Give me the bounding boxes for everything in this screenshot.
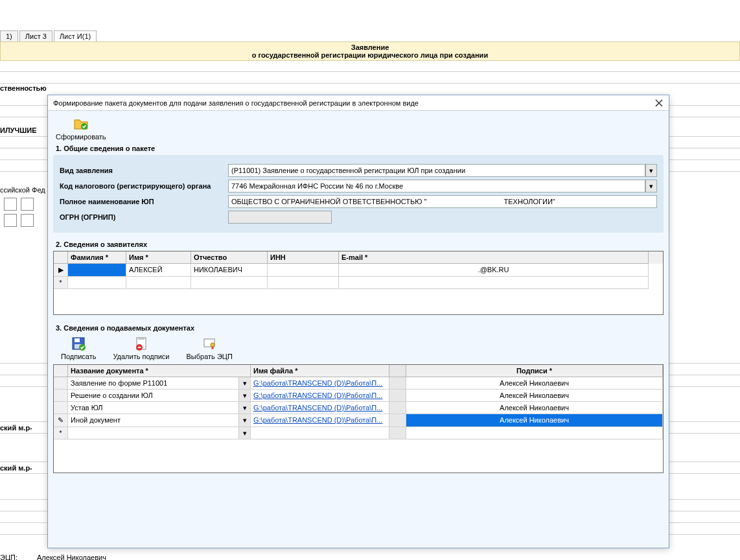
- ogrn-label: ОГРН (ОГРНИП): [60, 213, 228, 221]
- dialog-titlebar: Формирование пакета документов для подач…: [48, 95, 669, 111]
- chevron-down-icon[interactable]: ▾: [645, 164, 657, 177]
- svg-rect-2: [75, 338, 80, 342]
- page-header-subtitle: о государственной регистрации юридическо…: [252, 51, 488, 59]
- fullname-label: Полное наименование ЮП: [60, 198, 228, 205]
- col-name[interactable]: Имя *: [126, 251, 191, 264]
- chevron-down-icon[interactable]: ▾: [645, 180, 657, 192]
- document-row[interactable]: Заявление по форме Р11001▾G:\работа\TRAN…: [54, 377, 663, 390]
- bg-clipped-text: ственностью: [0, 84, 47, 92]
- cell-docname[interactable]: Заявление по форме Р11001▾: [68, 377, 251, 390]
- code-select[interactable]: [228, 180, 645, 192]
- chevron-down-icon[interactable]: ▾: [238, 377, 250, 389]
- documents-grid: Название документа * Имя файла * Подписи…: [54, 365, 663, 439]
- delete-icon: [133, 336, 149, 351]
- generate-label: Сформировать: [56, 133, 106, 141]
- tab-1[interactable]: 1): [0, 30, 18, 42]
- cell-inn[interactable]: [268, 264, 339, 277]
- fullname-input[interactable]: [228, 195, 657, 208]
- form-cell[interactable]: [4, 214, 17, 227]
- delete-sign-label: Удалить подписи: [113, 353, 169, 360]
- close-icon: [655, 99, 663, 107]
- document-row[interactable]: ✎Иной документ▾G:\работа\TRANSCEND (D)\Р…: [54, 414, 663, 427]
- svg-point-8: [211, 343, 214, 347]
- chevron-down-icon[interactable]: ▾: [238, 427, 250, 439]
- folder-check-icon: [73, 116, 89, 132]
- cell-email[interactable]: .@BK.RU: [339, 264, 649, 277]
- dialog-title: Формирование пакета документов для подач…: [53, 99, 419, 107]
- cell-signer[interactable]: Алексей Николаевич: [406, 402, 663, 414]
- col-email[interactable]: E-mail *: [339, 251, 649, 264]
- delete-sign-button[interactable]: Удалить подписи: [110, 334, 172, 362]
- cell-name[interactable]: АЛЕКСЕЙ: [126, 264, 191, 277]
- col-inn[interactable]: ИНН: [268, 251, 339, 264]
- sign-button[interactable]: Подписать: [58, 334, 98, 362]
- browse-button[interactable]: [389, 390, 406, 402]
- footer-ecp-value: Алексей Николаевич: [37, 554, 106, 560]
- cell-signer[interactable]: Алексей Николаевич: [406, 390, 663, 402]
- cell-docname[interactable]: Решение о создании ЮЛ▾: [68, 390, 251, 402]
- browse-button[interactable]: [389, 414, 406, 427]
- col-filename[interactable]: Имя файла *: [251, 365, 389, 377]
- col-signatures[interactable]: Подписи *: [406, 365, 663, 377]
- cell-signer[interactable]: Алексей Николаевич: [406, 377, 663, 390]
- type-label: Вид заявления: [60, 167, 228, 174]
- form-cell[interactable]: [4, 198, 17, 211]
- form-cell[interactable]: [21, 214, 34, 227]
- section1-title: 1. Общие сведения о пакете: [56, 145, 664, 152]
- bg-clipped-text: ский м.р-: [0, 464, 32, 472]
- generate-button[interactable]: Сформировать: [53, 115, 109, 142]
- section2-title: 2. Сведения о заявителях: [56, 240, 664, 248]
- col-patronymic[interactable]: Отчество: [191, 251, 268, 264]
- cell-docname[interactable]: Устав ЮЛ▾: [68, 402, 251, 414]
- bg-clipped-text: ИЛУЧШИЕ: [0, 126, 37, 134]
- document-row[interactable]: Устав ЮЛ▾G:\работа\TRANSCEND (D)\Работа\…: [54, 402, 663, 414]
- certificate-icon: [202, 336, 217, 351]
- cell-filename[interactable]: G:\работа\TRANSCEND (D)\Работа\П...: [251, 414, 389, 427]
- chevron-down-icon[interactable]: ▾: [238, 390, 250, 401]
- document-row[interactable]: Решение о создании ЮЛ▾G:\работа\TRANSCEN…: [54, 390, 663, 402]
- package-dialog: Формирование пакета документов для подач…: [47, 95, 669, 548]
- applicants-grid: Фамилия * Имя * Отчество ИНН E-mail * ▶ …: [53, 251, 664, 315]
- cell-filename[interactable]: G:\работа\TRANSCEND (D)\Работа\П...: [251, 377, 389, 390]
- sign-button-label: Подписать: [61, 353, 96, 360]
- close-button[interactable]: [653, 97, 665, 109]
- col-surname[interactable]: Фамилия *: [68, 251, 126, 264]
- cell-surname[interactable]: [68, 264, 126, 277]
- floppy-check-icon: [71, 336, 86, 351]
- section1-panel: Вид заявления ▾ Код налогового (регистри…: [53, 155, 664, 233]
- cell-signer[interactable]: Алексей Николаевич: [406, 414, 663, 427]
- bg-clipped-text: ский м.р-: [0, 424, 32, 432]
- applicant-row-new[interactable]: *: [54, 277, 663, 289]
- browse-button[interactable]: [389, 377, 406, 390]
- cell-docname[interactable]: Иной документ▾: [68, 414, 251, 427]
- tab-list3[interactable]: Лист 3: [19, 30, 52, 42]
- browse-button[interactable]: [389, 402, 406, 414]
- choose-ecp-button[interactable]: Выбрать ЭЦП: [184, 334, 235, 362]
- applicant-row[interactable]: ▶ АЛЕКСЕЙ НИКОЛАЕВИЧ .@BK.RU: [54, 264, 663, 277]
- tab-list-i1[interactable]: Лист И(1): [54, 30, 97, 42]
- code-label: Код налогового (регистрирующего) органа: [60, 182, 228, 190]
- choose-ecp-label: Выбрать ЭЦП: [187, 353, 233, 360]
- cell-filename[interactable]: G:\работа\TRANSCEND (D)\Работа\П...: [251, 390, 389, 402]
- section3-title: 3. Сведения о подаваемых документах: [56, 324, 664, 332]
- form-cell[interactable]: [21, 198, 34, 211]
- type-select[interactable]: [228, 164, 645, 177]
- chevron-down-icon[interactable]: ▾: [238, 402, 250, 414]
- ogrn-input: [228, 211, 332, 224]
- tab-bar: 1) Лист 3 Лист И(1): [0, 30, 97, 42]
- cell-patronymic[interactable]: НИКОЛАЕВИЧ: [191, 264, 268, 277]
- bg-clipped-text: ссийской Фед: [0, 186, 45, 194]
- chevron-down-icon[interactable]: ▾: [238, 414, 250, 426]
- page-header-title: Заявление: [351, 43, 389, 51]
- col-docname[interactable]: Название документа *: [68, 365, 251, 377]
- footer-ecp-label: ЭЦП:: [0, 554, 17, 560]
- cell-filename[interactable]: G:\работа\TRANSCEND (D)\Работа\П...: [251, 402, 389, 414]
- page-header: Заявление о государственной регистрации …: [0, 41, 740, 61]
- document-row-new[interactable]: *▾: [54, 427, 663, 439]
